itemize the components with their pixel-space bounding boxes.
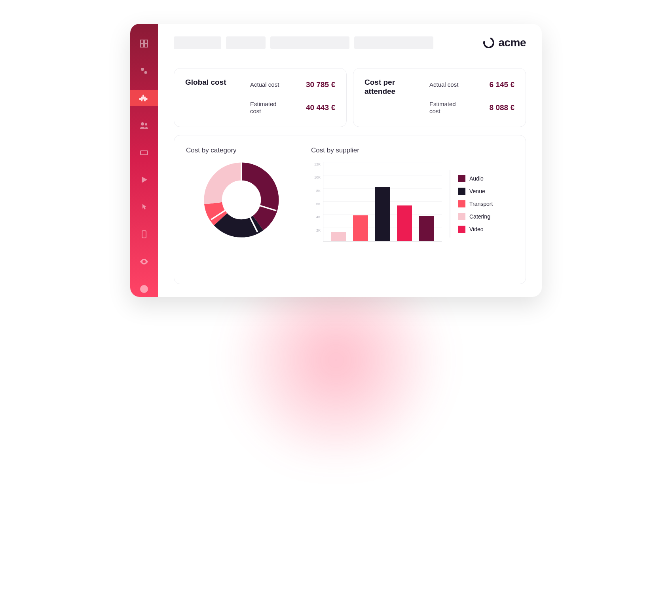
brand-name: acme: [498, 36, 526, 49]
legend-video: Video: [458, 226, 493, 233]
legend-video-label: Video: [469, 226, 484, 232]
per-attendee-estimated-label: Estimated cost: [429, 101, 465, 115]
per-attendee-actual-row: Actual cost 6 145 €: [429, 78, 514, 94]
sidebar-item-pointer[interactable]: [130, 199, 158, 215]
header: acme: [174, 36, 526, 49]
legend-catering-label: Catering: [469, 213, 490, 220]
swatch-transport: [458, 200, 465, 207]
cost-by-category-chart: Cost by category: [186, 146, 297, 273]
bar-catering: [331, 232, 346, 241]
legend-venue-label: Venue: [469, 188, 485, 194]
tick-2k: 2K: [311, 228, 321, 232]
per-attendee-estimated-value: 8 088 €: [490, 103, 514, 112]
brand-logo: acme: [483, 36, 526, 49]
bar-transport: [353, 215, 368, 241]
people-icon: [139, 121, 149, 130]
sidebar-item-settings[interactable]: [130, 63, 158, 79]
swatch-video: [458, 226, 465, 233]
legend-transport: Transport: [458, 200, 493, 207]
sidebar-item-dashboard[interactable]: [130, 36, 158, 52]
bar-venue: [375, 187, 390, 241]
tick-10k: 10K: [311, 175, 321, 179]
mobile-icon: [139, 230, 149, 239]
donut-chart: [204, 162, 279, 238]
stat-cards: Global cost Actual cost 30 785 € Estimat…: [174, 68, 526, 127]
sidebar-item-visibility[interactable]: [130, 253, 158, 270]
main-content: acme Global cost Actual cost 30 785 € Es…: [158, 24, 542, 297]
cost-per-attendee-card: Cost per attendee Actual cost 6 145 € Es…: [353, 68, 526, 127]
pie-icon: [139, 284, 149, 294]
bar-video: [397, 205, 412, 241]
per-attendee-estimated-row: Estimated cost 8 088 €: [429, 98, 514, 117]
legend-transport-label: Transport: [469, 201, 493, 207]
header-placeholder-4: [354, 36, 433, 49]
bars: [323, 162, 442, 241]
charts-card: Cost by category Cost by supplier: [174, 135, 526, 284]
sidebar-item-play[interactable]: [130, 172, 158, 188]
per-attendee-actual-label: Actual cost: [429, 81, 458, 88]
swatch-venue: [458, 188, 465, 195]
sidebar-item-integrations[interactable]: [130, 90, 158, 106]
supplier-chart-title: Cost by supplier: [311, 146, 514, 154]
eye-icon: [139, 257, 149, 266]
svg-point-3: [145, 123, 147, 125]
logo-mark-icon: [482, 35, 496, 50]
sidebar-item-mobile[interactable]: [130, 226, 158, 243]
swatch-audio: [458, 175, 465, 182]
legend-venue: Venue: [458, 188, 493, 195]
per-attendee-actual-value: 6 145 €: [490, 80, 514, 89]
svg-point-0: [141, 68, 144, 71]
tick-4k: 4K: [311, 215, 321, 219]
global-cost-title: Global cost: [185, 78, 241, 117]
global-actual-label: Actual cost: [250, 81, 279, 88]
legend: Audio Venue Transport: [458, 162, 493, 245]
legend-audio-label: Audio: [469, 175, 484, 182]
svg-point-2: [141, 122, 144, 125]
swatch-catering: [458, 213, 465, 220]
header-placeholder-1: [174, 36, 221, 49]
grid-icon: [139, 39, 149, 48]
header-placeholder-3: [270, 36, 349, 49]
bar-chart: 12K 10K 8K 6K 4K 2K: [311, 162, 442, 241]
global-actual-row: Actual cost 30 785 €: [250, 78, 335, 94]
svg-rect-5: [142, 231, 146, 238]
svg-point-1: [144, 71, 147, 74]
y-axis-ticks: 12K 10K 8K 6K 4K 2K: [311, 162, 322, 241]
global-estimated-label: Estimated cost: [250, 101, 286, 115]
legend-catering: Catering: [458, 213, 493, 220]
bar-audio: [419, 216, 434, 241]
ticket-icon: [139, 148, 149, 158]
global-actual-value: 30 785 €: [306, 80, 335, 89]
legend-audio: Audio: [458, 175, 493, 182]
legend-separator: [450, 170, 450, 238]
gears-icon: [139, 66, 149, 76]
header-placeholder-2: [226, 36, 266, 49]
puzzle-icon: [139, 93, 149, 103]
sidebar-item-tickets[interactable]: [130, 144, 158, 161]
global-cost-card: Global cost Actual cost 30 785 € Estimat…: [174, 68, 347, 127]
cost-by-supplier-chart: Cost by supplier 12K 10K 8K 6K 4K 2K: [311, 146, 514, 273]
play-icon: [139, 175, 149, 184]
tick-12k: 12K: [311, 162, 321, 166]
dashboard-window: acme Global cost Actual cost 30 785 € Es…: [130, 24, 542, 297]
tick-6k: 6K: [311, 202, 321, 206]
tick-8k: 8K: [311, 189, 321, 193]
pointer-icon: [139, 202, 149, 212]
sidebar-item-people[interactable]: [130, 117, 158, 133]
category-chart-title: Cost by category: [186, 146, 297, 154]
per-attendee-title: Cost per attendee: [364, 78, 420, 117]
global-estimated-row: Estimated cost 40 443 €: [250, 98, 335, 117]
sidebar: [130, 24, 158, 297]
sidebar-item-reports[interactable]: [130, 281, 158, 297]
svg-rect-4: [140, 151, 148, 155]
global-estimated-value: 40 443 €: [306, 103, 335, 112]
